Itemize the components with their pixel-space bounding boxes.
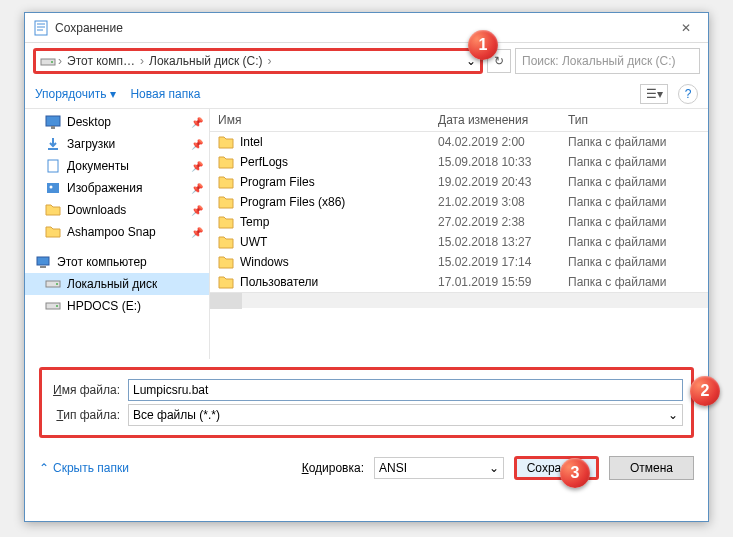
column-name[interactable]: Имя (210, 113, 430, 127)
pc-icon (35, 254, 51, 270)
svg-rect-0 (35, 21, 47, 35)
downloads-icon (45, 136, 61, 152)
pin-icon: 📌 (191, 205, 203, 216)
file-row[interactable]: Windows15.02.2019 17:14Папка с файлами (210, 252, 708, 272)
sidebar-item-documents[interactable]: Документы📌 (25, 155, 209, 177)
sidebar-item-local-disk[interactable]: Локальный диск (25, 273, 209, 295)
file-row[interactable]: Пользователи17.01.2019 15:59Папка с файл… (210, 272, 708, 292)
chevron-right-icon: › (266, 54, 274, 68)
file-row[interactable]: Program Files19.02.2019 20:43Папка с фай… (210, 172, 708, 192)
sidebar: Desktop📌 Загрузки📌 Документы📌 Изображени… (25, 109, 210, 359)
file-date: 15.02.2019 17:14 (430, 255, 560, 269)
svg-rect-13 (40, 266, 46, 268)
search-placeholder: Поиск: Локальный диск (C:) (522, 54, 675, 68)
file-name: Пользователи (240, 275, 318, 289)
folder-icon (218, 255, 234, 269)
horizontal-scrollbar[interactable] (210, 292, 708, 308)
documents-icon (45, 158, 61, 174)
file-name: Program Files (240, 175, 315, 189)
file-list: Имя Дата изменения Тип Intel04.02.2019 2… (210, 109, 708, 359)
pin-icon: 📌 (191, 161, 203, 172)
file-type: Папка с файлами (560, 255, 690, 269)
filetype-label: Тип файла: (50, 408, 128, 422)
file-row[interactable]: PerfLogs15.09.2018 10:33Папка с файлами (210, 152, 708, 172)
breadcrumb[interactable]: › Этот комп… › Локальный диск (C:) › ⌄ (33, 48, 483, 74)
file-row[interactable]: Intel04.02.2019 2:00Папка с файлами (210, 132, 708, 152)
sidebar-item-desktop[interactable]: Desktop📌 (25, 111, 209, 133)
file-date: 27.02.2019 2:38 (430, 215, 560, 229)
encoding-label: Кодировка: (302, 461, 364, 475)
close-button[interactable]: ✕ (663, 13, 708, 43)
pin-icon: 📌 (191, 183, 203, 194)
file-date: 19.02.2019 20:43 (430, 175, 560, 189)
svg-rect-7 (51, 126, 55, 129)
file-row[interactable]: Temp27.02.2019 2:38Папка с файлами (210, 212, 708, 232)
drive-icon (45, 276, 61, 292)
drive-icon (45, 298, 61, 314)
file-name: Temp (240, 215, 269, 229)
pin-icon: 📌 (191, 227, 203, 238)
file-date: 17.01.2019 15:59 (430, 275, 560, 289)
encoding-select[interactable]: ANSI⌄ (374, 457, 504, 479)
folder-icon (218, 155, 234, 169)
window-title: Сохранение (55, 21, 663, 35)
svg-rect-8 (48, 148, 58, 150)
cancel-button[interactable]: Отмена (609, 456, 694, 480)
pin-icon: 📌 (191, 117, 203, 128)
folder-icon (45, 202, 61, 218)
sidebar-item-this-pc[interactable]: Этот компьютер (25, 251, 209, 273)
chevron-right-icon: › (56, 54, 64, 68)
filename-input[interactable] (128, 379, 683, 401)
notepad-icon (33, 20, 49, 36)
search-input[interactable]: Поиск: Локальный диск (C:) (515, 48, 700, 74)
sidebar-item-ashampoo[interactable]: Ashampoo Snap📌 (25, 221, 209, 243)
filetype-select[interactable]: Все файлы (*.*)⌄ (128, 404, 683, 426)
filename-label: Имя файла: (50, 383, 128, 397)
pictures-icon (45, 180, 61, 196)
file-date: 15.09.2018 10:33 (430, 155, 560, 169)
organize-menu[interactable]: Упорядочить ▾ (35, 87, 116, 101)
svg-rect-9 (48, 160, 58, 172)
file-type: Папка с файлами (560, 175, 690, 189)
breadcrumb-segment[interactable]: Локальный диск (C:) (146, 54, 266, 68)
file-type: Папка с файлами (560, 155, 690, 169)
sidebar-item-downloads[interactable]: Загрузки📌 (25, 133, 209, 155)
file-type: Папка с файлами (560, 275, 690, 289)
file-row[interactable]: UWT15.02.2018 13:27Папка с файлами (210, 232, 708, 252)
folder-icon (218, 175, 234, 189)
svg-rect-12 (37, 257, 49, 265)
breadcrumb-segment[interactable]: Этот комп… (64, 54, 138, 68)
help-button[interactable]: ? (678, 84, 698, 104)
sidebar-item-downloads-en[interactable]: Downloads📌 (25, 199, 209, 221)
filename-form: Имя файла: Тип файла: Все файлы (*.*)⌄ (25, 359, 708, 446)
toolbar: Упорядочить ▾ Новая папка ☰▾ ? (25, 79, 708, 109)
pin-icon: 📌 (191, 139, 203, 150)
chevron-up-icon: ⌃ (39, 461, 49, 475)
folder-icon (218, 275, 234, 289)
svg-point-15 (56, 283, 58, 285)
file-date: 04.02.2019 2:00 (430, 135, 560, 149)
hide-folders-link[interactable]: ⌃ Скрыть папки (39, 461, 129, 475)
folder-icon (218, 235, 234, 249)
file-name: PerfLogs (240, 155, 288, 169)
drive-icon (40, 53, 56, 69)
chevron-down-icon: ⌄ (668, 408, 678, 422)
body: Desktop📌 Загрузки📌 Документы📌 Изображени… (25, 109, 708, 359)
bottom-bar: ⌃ Скрыть папки Кодировка: ANSI⌄ Сохранит… (25, 446, 708, 490)
column-type[interactable]: Тип (560, 113, 690, 127)
sidebar-item-hpdocs[interactable]: HPDOCS (E:) (25, 295, 209, 317)
file-date: 21.02.2019 3:08 (430, 195, 560, 209)
view-options-button[interactable]: ☰▾ (640, 84, 668, 104)
file-name: UWT (240, 235, 267, 249)
file-type: Папка с файлами (560, 195, 690, 209)
chevron-down-icon: ▾ (110, 87, 116, 101)
svg-point-17 (56, 305, 58, 307)
file-name: Intel (240, 135, 263, 149)
file-row[interactable]: Program Files (x86)21.02.2019 3:08Папка … (210, 192, 708, 212)
column-date[interactable]: Дата изменения (430, 113, 560, 127)
chevron-down-icon: ⌄ (489, 461, 499, 475)
sidebar-item-pictures[interactable]: Изображения📌 (25, 177, 209, 199)
new-folder-button[interactable]: Новая папка (130, 87, 200, 101)
folder-icon (218, 195, 234, 209)
folder-icon (218, 135, 234, 149)
